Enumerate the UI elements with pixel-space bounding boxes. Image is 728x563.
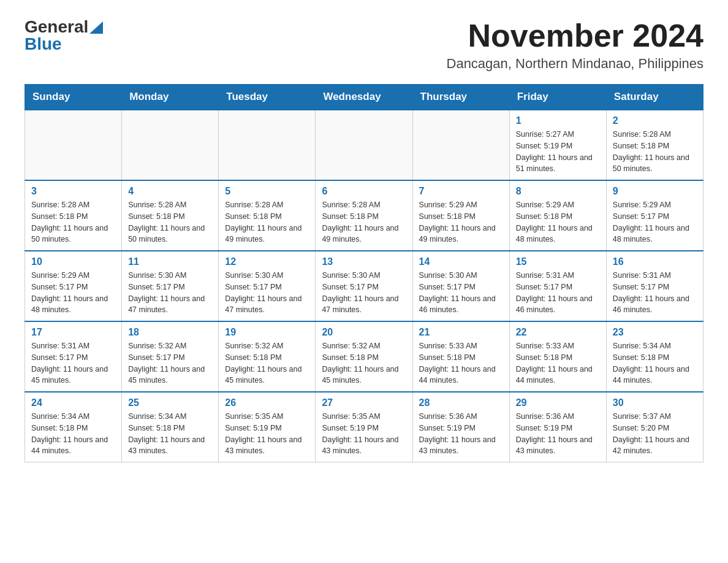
- calendar-cell-1-5: 8Sunrise: 5:29 AMSunset: 5:18 PMDaylight…: [509, 180, 606, 251]
- day-number: 19: [225, 327, 309, 338]
- logo: General Blue: [25, 18, 103, 53]
- logo-general: General: [25, 18, 88, 36]
- calendar-cell-4-4: 28Sunrise: 5:36 AMSunset: 5:19 PMDayligh…: [412, 392, 509, 462]
- calendar-cell-0-2: [219, 110, 316, 180]
- day-number: 16: [613, 256, 697, 267]
- calendar-cell-1-4: 7Sunrise: 5:29 AMSunset: 5:18 PMDaylight…: [412, 180, 509, 251]
- day-info: Sunrise: 5:30 AMSunset: 5:17 PMDaylight:…: [128, 270, 212, 316]
- calendar-header-row: Sunday Monday Tuesday Wednesday Thursday…: [25, 85, 703, 110]
- header-monday: Monday: [122, 85, 219, 110]
- day-info: Sunrise: 5:30 AMSunset: 5:17 PMDaylight:…: [322, 270, 406, 316]
- calendar-cell-0-5: 1Sunrise: 5:27 AMSunset: 5:19 PMDaylight…: [509, 110, 606, 180]
- day-info: Sunrise: 5:35 AMSunset: 5:19 PMDaylight:…: [322, 411, 406, 457]
- calendar-cell-1-1: 4Sunrise: 5:28 AMSunset: 5:18 PMDaylight…: [122, 180, 219, 251]
- day-number: 1: [516, 115, 600, 126]
- day-info: Sunrise: 5:30 AMSunset: 5:17 PMDaylight:…: [419, 270, 503, 316]
- day-number: 26: [225, 397, 309, 408]
- day-info: Sunrise: 5:34 AMSunset: 5:18 PMDaylight:…: [613, 340, 697, 386]
- calendar-cell-2-0: 10Sunrise: 5:29 AMSunset: 5:17 PMDayligh…: [25, 251, 122, 321]
- day-number: 30: [613, 397, 697, 408]
- calendar-cell-4-0: 24Sunrise: 5:34 AMSunset: 5:18 PMDayligh…: [25, 392, 122, 462]
- week-row-1: 3Sunrise: 5:28 AMSunset: 5:18 PMDaylight…: [25, 180, 703, 251]
- header-sunday: Sunday: [25, 85, 122, 110]
- day-number: 8: [516, 186, 600, 197]
- day-info: Sunrise: 5:36 AMSunset: 5:19 PMDaylight:…: [516, 411, 600, 457]
- day-number: 23: [613, 327, 697, 338]
- calendar-cell-1-2: 5Sunrise: 5:28 AMSunset: 5:18 PMDaylight…: [219, 180, 316, 251]
- day-number: 7: [419, 186, 503, 197]
- week-row-0: 1Sunrise: 5:27 AMSunset: 5:19 PMDaylight…: [25, 110, 703, 180]
- day-info: Sunrise: 5:29 AMSunset: 5:18 PMDaylight:…: [419, 199, 503, 245]
- calendar-cell-0-1: [122, 110, 219, 180]
- day-number: 2: [613, 115, 697, 126]
- day-number: 29: [516, 397, 600, 408]
- week-row-2: 10Sunrise: 5:29 AMSunset: 5:17 PMDayligh…: [25, 251, 703, 321]
- header-thursday: Thursday: [412, 85, 509, 110]
- day-number: 27: [322, 397, 406, 408]
- day-info: Sunrise: 5:28 AMSunset: 5:18 PMDaylight:…: [31, 199, 115, 245]
- day-number: 10: [31, 256, 115, 267]
- calendar-cell-2-4: 14Sunrise: 5:30 AMSunset: 5:17 PMDayligh…: [412, 251, 509, 321]
- day-info: Sunrise: 5:32 AMSunset: 5:17 PMDaylight:…: [128, 340, 212, 386]
- calendar-cell-4-6: 30Sunrise: 5:37 AMSunset: 5:20 PMDayligh…: [606, 392, 703, 462]
- day-number: 20: [322, 327, 406, 338]
- day-info: Sunrise: 5:27 AMSunset: 5:19 PMDaylight:…: [516, 129, 600, 175]
- header-saturday: Saturday: [606, 85, 703, 110]
- calendar-cell-0-4: [412, 110, 509, 180]
- calendar-cell-2-2: 12Sunrise: 5:30 AMSunset: 5:17 PMDayligh…: [219, 251, 316, 321]
- calendar-cell-3-5: 22Sunrise: 5:33 AMSunset: 5:18 PMDayligh…: [509, 321, 606, 392]
- day-info: Sunrise: 5:32 AMSunset: 5:18 PMDaylight:…: [225, 340, 309, 386]
- day-number: 17: [31, 327, 115, 338]
- calendar-cell-0-3: [316, 110, 412, 180]
- calendar-cell-3-6: 23Sunrise: 5:34 AMSunset: 5:18 PMDayligh…: [606, 321, 703, 392]
- day-info: Sunrise: 5:29 AMSunset: 5:17 PMDaylight:…: [31, 270, 115, 316]
- logo-triangle-icon: [89, 21, 103, 34]
- day-info: Sunrise: 5:37 AMSunset: 5:20 PMDaylight:…: [613, 411, 697, 457]
- day-info: Sunrise: 5:33 AMSunset: 5:18 PMDaylight:…: [516, 340, 600, 386]
- day-number: 21: [419, 327, 503, 338]
- calendar-cell-0-0: [25, 110, 122, 180]
- calendar-cell-3-0: 17Sunrise: 5:31 AMSunset: 5:17 PMDayligh…: [25, 321, 122, 392]
- day-info: Sunrise: 5:34 AMSunset: 5:18 PMDaylight:…: [128, 411, 212, 457]
- day-info: Sunrise: 5:32 AMSunset: 5:18 PMDaylight:…: [322, 340, 406, 386]
- header-wednesday: Wednesday: [316, 85, 412, 110]
- day-number: 24: [31, 397, 115, 408]
- week-row-4: 24Sunrise: 5:34 AMSunset: 5:18 PMDayligh…: [25, 392, 703, 462]
- day-info: Sunrise: 5:28 AMSunset: 5:18 PMDaylight:…: [128, 199, 212, 245]
- calendar-cell-4-1: 25Sunrise: 5:34 AMSunset: 5:18 PMDayligh…: [122, 392, 219, 462]
- svg-marker-0: [89, 21, 103, 34]
- day-number: 5: [225, 186, 309, 197]
- calendar-cell-1-0: 3Sunrise: 5:28 AMSunset: 5:18 PMDaylight…: [25, 180, 122, 251]
- day-number: 4: [128, 186, 212, 197]
- day-info: Sunrise: 5:28 AMSunset: 5:18 PMDaylight:…: [225, 199, 309, 245]
- calendar-cell-2-1: 11Sunrise: 5:30 AMSunset: 5:17 PMDayligh…: [122, 251, 219, 321]
- day-number: 15: [516, 256, 600, 267]
- calendar-cell-3-1: 18Sunrise: 5:32 AMSunset: 5:17 PMDayligh…: [122, 321, 219, 392]
- day-info: Sunrise: 5:29 AMSunset: 5:18 PMDaylight:…: [516, 199, 600, 245]
- calendar-cell-1-6: 9Sunrise: 5:29 AMSunset: 5:17 PMDaylight…: [606, 180, 703, 251]
- day-info: Sunrise: 5:35 AMSunset: 5:19 PMDaylight:…: [225, 411, 309, 457]
- day-info: Sunrise: 5:31 AMSunset: 5:17 PMDaylight:…: [516, 270, 600, 316]
- calendar-cell-2-6: 16Sunrise: 5:31 AMSunset: 5:17 PMDayligh…: [606, 251, 703, 321]
- title-area: November 2024 Dancagan, Northern Mindana…: [447, 18, 703, 72]
- calendar-cell-3-3: 20Sunrise: 5:32 AMSunset: 5:18 PMDayligh…: [316, 321, 412, 392]
- day-number: 3: [31, 186, 115, 197]
- day-number: 28: [419, 397, 503, 408]
- day-number: 25: [128, 397, 212, 408]
- logo-blue: Blue: [25, 36, 62, 53]
- calendar-cell-1-3: 6Sunrise: 5:28 AMSunset: 5:18 PMDaylight…: [316, 180, 412, 251]
- calendar-table: Sunday Monday Tuesday Wednesday Thursday…: [25, 84, 703, 462]
- calendar-cell-4-5: 29Sunrise: 5:36 AMSunset: 5:19 PMDayligh…: [509, 392, 606, 462]
- day-info: Sunrise: 5:34 AMSunset: 5:18 PMDaylight:…: [31, 411, 115, 457]
- header: General Blue November 2024 Dancagan, Nor…: [25, 18, 703, 72]
- day-number: 18: [128, 327, 212, 338]
- day-info: Sunrise: 5:31 AMSunset: 5:17 PMDaylight:…: [31, 340, 115, 386]
- header-friday: Friday: [509, 85, 606, 110]
- day-info: Sunrise: 5:28 AMSunset: 5:18 PMDaylight:…: [613, 129, 697, 175]
- calendar-cell-4-3: 27Sunrise: 5:35 AMSunset: 5:19 PMDayligh…: [316, 392, 412, 462]
- location-title: Dancagan, Northern Mindanao, Philippines: [447, 56, 703, 72]
- day-info: Sunrise: 5:29 AMSunset: 5:17 PMDaylight:…: [613, 199, 697, 245]
- day-number: 22: [516, 327, 600, 338]
- day-number: 11: [128, 256, 212, 267]
- header-tuesday: Tuesday: [219, 85, 316, 110]
